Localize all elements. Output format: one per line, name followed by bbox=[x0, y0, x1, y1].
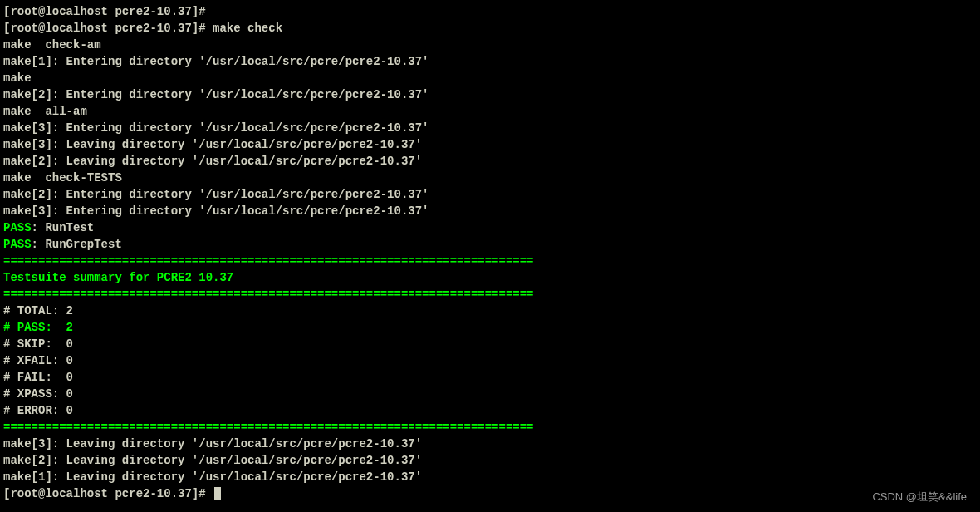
terminal-line: PASS: RunTest bbox=[3, 219, 977, 236]
terminal-line: [root@localhost pcre2-10.37]# bbox=[3, 485, 977, 502]
terminal-text-segment: # XPASS: 0 bbox=[3, 387, 73, 401]
terminal-line: make check-TESTS bbox=[3, 170, 977, 186]
terminal-line: make[3]: Entering directory '/usr/local/… bbox=[3, 203, 977, 219]
terminal-line: make[1]: Entering directory '/usr/local/… bbox=[3, 53, 977, 70]
terminal-text-segment: ========================================… bbox=[3, 421, 534, 434]
terminal-line: # XPASS: 0 bbox=[3, 386, 977, 402]
terminal-line: make[1]: Leaving directory '/usr/local/s… bbox=[3, 469, 977, 485]
terminal-text-segment: : RunGrepTest bbox=[32, 238, 122, 251]
terminal-text-segment: make check-TESTS bbox=[3, 171, 122, 185]
terminal-line: # SKIP: 0 bbox=[3, 336, 977, 352]
terminal-line: PASS: RunGrepTest bbox=[3, 236, 977, 253]
terminal-text-segment: PASS bbox=[3, 238, 32, 251]
terminal-text-segment: : RunTest bbox=[32, 221, 95, 234]
terminal-line: # TOTAL: 2 bbox=[3, 303, 977, 319]
terminal-line: make[2]: Entering directory '/usr/local/… bbox=[3, 186, 977, 203]
terminal-text-segment: make check-am bbox=[3, 38, 101, 52]
terminal-text-segment: # TOTAL: 2 bbox=[3, 304, 73, 318]
watermark: CSDN @坦笑&&life bbox=[872, 489, 967, 505]
terminal-line: # ERROR: 0 bbox=[3, 402, 977, 419]
terminal-line: make[3]: Entering directory '/usr/local/… bbox=[3, 120, 977, 136]
terminal-text-segment: make[2]: Entering directory '/usr/local/… bbox=[3, 188, 429, 201]
terminal-text-segment: [root@localhost pcre2-10.37]# bbox=[3, 5, 206, 18]
terminal-line: # FAIL: 0 bbox=[3, 369, 977, 386]
terminal-text-segment: make[3]: Leaving directory '/usr/local/s… bbox=[3, 138, 422, 151]
terminal-text-segment: [root@localhost pcre2-10.37]# make check bbox=[3, 22, 282, 35]
terminal-text-segment: Testsuite summary for PCRE2 10.37 bbox=[3, 271, 233, 284]
cursor bbox=[214, 487, 221, 500]
terminal-text-segment: make[2]: Entering directory '/usr/local/… bbox=[3, 88, 429, 101]
terminal-line: [root@localhost pcre2-10.37]# bbox=[3, 3, 977, 20]
terminal-text-segment: make[1]: Entering directory '/usr/local/… bbox=[3, 55, 429, 68]
terminal-line: make check-am bbox=[3, 37, 977, 53]
terminal-text-segment: # SKIP: 0 bbox=[3, 337, 73, 351]
terminal-line: make bbox=[3, 70, 977, 86]
terminal-line: make[3]: Leaving directory '/usr/local/s… bbox=[3, 136, 977, 153]
terminal-text-segment: # XFAIL: 0 bbox=[3, 354, 73, 367]
terminal-line: Testsuite summary for PCRE2 10.37 bbox=[3, 269, 977, 286]
terminal-text-segment: ========================================… bbox=[3, 288, 534, 301]
terminal-text-segment: # ERROR: 0 bbox=[3, 404, 73, 417]
terminal-text-segment: make[2]: Leaving directory '/usr/local/s… bbox=[3, 454, 422, 467]
terminal-text-segment: [root@localhost pcre2-10.37]# bbox=[3, 487, 213, 500]
terminal-text-segment: # PASS: 2 bbox=[3, 321, 73, 334]
terminal-output[interactable]: [root@localhost pcre2-10.37]#[root@local… bbox=[3, 3, 977, 502]
terminal-line: make[2]: Entering directory '/usr/local/… bbox=[3, 86, 977, 103]
terminal-text-segment: make[3]: Entering directory '/usr/local/… bbox=[3, 121, 429, 135]
terminal-text-segment: PASS bbox=[3, 221, 32, 234]
terminal-text-segment: make[3]: Entering directory '/usr/local/… bbox=[3, 204, 429, 218]
terminal-line: make all-am bbox=[3, 103, 977, 120]
terminal-text-segment: make bbox=[3, 71, 32, 85]
terminal-line: [root@localhost pcre2-10.37]# make check bbox=[3, 20, 977, 37]
terminal-line: make[2]: Leaving directory '/usr/local/s… bbox=[3, 452, 977, 469]
terminal-line: ========================================… bbox=[3, 286, 977, 303]
terminal-line: make[3]: Leaving directory '/usr/local/s… bbox=[3, 436, 977, 452]
terminal-text-segment: ========================================… bbox=[3, 254, 534, 268]
terminal-line: ========================================… bbox=[3, 253, 977, 269]
terminal-text-segment: make all-am bbox=[3, 105, 87, 118]
terminal-text-segment: # FAIL: 0 bbox=[3, 371, 73, 384]
terminal-line: # XFAIL: 0 bbox=[3, 352, 977, 369]
terminal-line: make[2]: Leaving directory '/usr/local/s… bbox=[3, 153, 977, 170]
terminal-text-segment: make[3]: Leaving directory '/usr/local/s… bbox=[3, 437, 422, 450]
terminal-text-segment: make[2]: Leaving directory '/usr/local/s… bbox=[3, 155, 422, 168]
terminal-text-segment: make[1]: Leaving directory '/usr/local/s… bbox=[3, 470, 422, 484]
terminal-line: ========================================… bbox=[3, 419, 977, 436]
terminal-line: # PASS: 2 bbox=[3, 319, 977, 336]
